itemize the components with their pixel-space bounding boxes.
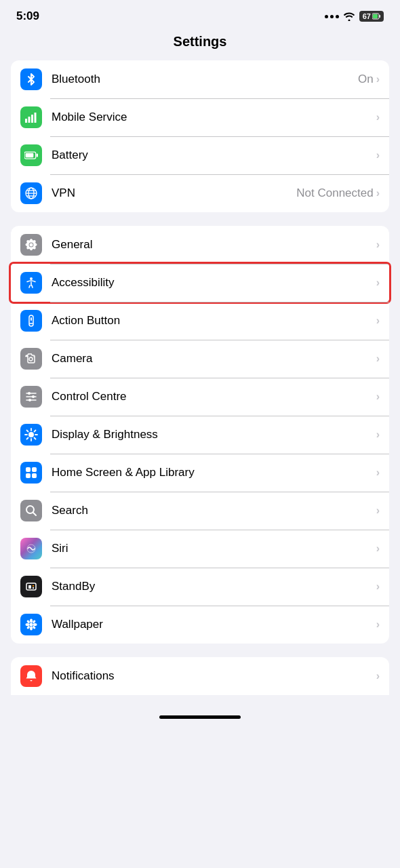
camera-row[interactable]: Camera › [11,340,389,378]
notifications-row[interactable]: Notifications › [11,657,389,695]
svg-point-55 [26,625,31,629]
accessibility-row[interactable]: Accessibility › [11,264,389,302]
gear-icon [20,234,42,256]
svg-point-52 [26,620,31,624]
search-icon [20,500,42,521]
action-icon [20,310,42,332]
svg-point-19 [29,357,33,361]
svg-point-48 [30,619,33,623]
connectivity-group: Bluetooth On › Mobile Service › Battery … [11,60,389,212]
vpn-row[interactable]: VPN Not Connected › [11,174,389,212]
siri-icon [20,538,42,559]
flower-icon [20,614,42,635]
svg-rect-37 [32,467,37,472]
homescreen-icon [20,462,42,484]
svg-rect-39 [32,473,37,478]
homescreen-row[interactable]: Home Screen & App Library › [11,454,389,492]
display-row[interactable]: Display & Brightness › [11,416,389,454]
battery-badge: 67 [359,11,384,22]
svg-rect-46 [33,587,34,589]
svg-rect-38 [26,473,31,478]
mobile-service-row[interactable]: Mobile Service › [11,98,389,136]
signal-icon [20,106,42,128]
svg-point-25 [32,395,35,398]
battery-icon [20,144,42,166]
action-button-row[interactable]: Action Button › [11,302,389,340]
siri-row[interactable]: Siri › [11,530,389,568]
standby-icon [20,576,42,597]
page-title: Settings [0,28,400,60]
wifi-icon [343,12,355,21]
bluetooth-row[interactable]: Bluetooth On › [11,60,389,98]
svg-line-34 [35,431,36,432]
svg-rect-1 [380,15,381,18]
svg-rect-2 [373,14,378,18]
brightness-icon [20,424,42,446]
svg-point-53 [32,625,36,629]
svg-line-35 [27,438,28,439]
svg-point-50 [26,623,30,626]
accessibility-icon [20,272,42,294]
bluetooth-icon [20,68,42,90]
sliders-icon [20,386,42,408]
svg-line-33 [35,438,36,439]
svg-rect-4 [28,117,31,123]
system-group: General › Accessibility › Action Button … [11,226,389,644]
battery-row[interactable]: Battery › [11,136,389,174]
svg-rect-5 [31,115,33,123]
wallpaper-row[interactable]: Wallpaper › [11,606,389,644]
svg-rect-45 [33,585,34,587]
svg-point-54 [32,620,36,624]
search-row[interactable]: Search › [11,492,389,530]
standby-row[interactable]: StandBy › [11,568,389,606]
svg-point-49 [30,627,33,631]
svg-point-51 [33,623,37,626]
status-bar: 5:09 67 [0,0,400,28]
signal-dots [325,15,339,18]
status-time: 5:09 [16,9,39,23]
svg-point-26 [28,399,31,401]
bell-icon [20,665,42,687]
svg-point-47 [30,623,33,627]
svg-point-24 [28,392,31,395]
svg-line-41 [33,513,37,516]
general-row[interactable]: General › [11,226,389,264]
svg-line-32 [27,431,28,432]
svg-point-27 [28,432,34,437]
svg-rect-9 [26,153,34,158]
camera-icon [20,348,42,370]
svg-rect-6 [35,113,37,123]
home-indicator [0,709,400,723]
notifications-group: Notifications › [11,657,389,695]
globe-icon [20,182,42,204]
svg-point-15 [30,277,33,280]
svg-rect-44 [28,585,31,589]
svg-rect-8 [37,154,39,157]
svg-rect-36 [26,467,31,472]
svg-point-20 [33,356,35,357]
svg-rect-3 [25,119,27,123]
control-centre-row[interactable]: Control Centre › [11,378,389,416]
